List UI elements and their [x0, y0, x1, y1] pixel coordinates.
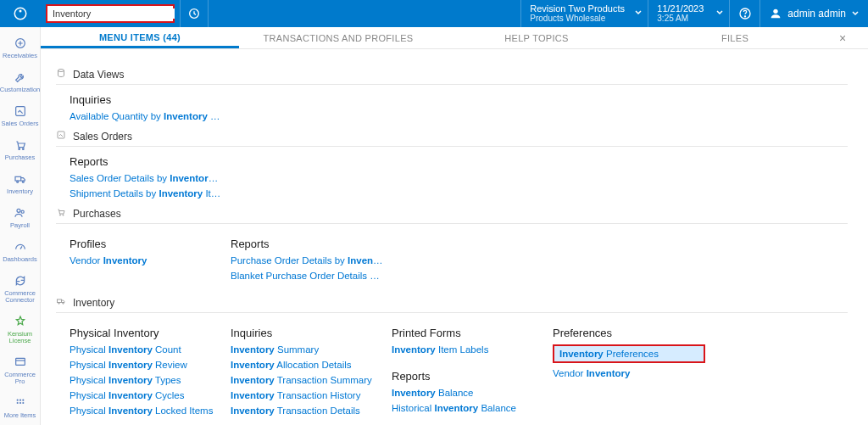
link-list: Purchase Order Details by Inven…Blanket … [231, 255, 400, 281]
help-button[interactable] [729, 0, 760, 27]
link-list: Physical Inventory CountPhysical Invento… [70, 344, 222, 416]
svg-point-14 [22, 181, 24, 182]
result-link[interactable]: Physical Inventory Review [70, 360, 222, 370]
company-selector[interactable]: Revision Two Products Products Wholesale [520, 0, 648, 27]
tab-files[interactable]: FILES [636, 33, 834, 48]
history-button[interactable] [180, 0, 209, 27]
link-list: Inventory Item Labels [392, 344, 544, 355]
svg-point-16 [21, 210, 24, 213]
result-link[interactable]: Inventory Balance [392, 388, 544, 398]
link-list: Available Quantity by Inventory … [70, 111, 848, 121]
result-link[interactable]: Physical Inventory Types [70, 375, 222, 385]
sidebar-item-payroll[interactable]: Payroll [2, 205, 39, 229]
edit-icon [13, 103, 28, 119]
result-link[interactable]: Inventory Item Labels [392, 344, 544, 355]
results-scroll[interactable]: Data Views Inquiries Available Quantity … [41, 49, 868, 425]
result-link[interactable]: Physical Inventory Count [70, 344, 222, 355]
link-list: Inventory SummaryInventory Allocation De… [231, 344, 383, 416]
result-link[interactable]: Sales Order Details by Inventor… [70, 173, 848, 183]
svg-point-11 [22, 148, 24, 150]
result-link[interactable]: Historical Inventory Balance [392, 403, 544, 413]
tabs: MENU ITEMS (44) TRANSACTIONS AND PROFILE… [41, 27, 868, 49]
result-link[interactable]: Inventory Allocation Details [231, 360, 383, 370]
subhead: Printed Forms [392, 327, 544, 339]
result-link[interactable]: Vendor Inventory [553, 368, 705, 378]
chevron-down-icon [715, 8, 724, 20]
svg-rect-12 [15, 176, 21, 181]
business-date: 11/21/2023 [657, 3, 710, 14]
sync-icon [13, 273, 28, 288]
subhead: Profiles [70, 238, 222, 250]
result-link[interactable]: Inventory Preferences [559, 349, 659, 359]
result-link[interactable]: Shipment Details by Inventory It… [70, 188, 848, 199]
grid-icon [13, 395, 28, 411]
svg-point-0 [14, 8, 26, 20]
svg-point-10 [18, 148, 19, 150]
sidebar-item-dashboards[interactable]: Dashboards [2, 239, 39, 263]
people-icon [13, 205, 28, 221]
sidebar-item-inventory[interactable]: Inventory [2, 171, 39, 195]
result-link[interactable]: Inventory Transaction History [231, 390, 383, 400]
close-icon[interactable]: × [834, 31, 851, 48]
cart-icon [13, 137, 28, 153]
gauge-icon [13, 239, 28, 254]
subhead: Reports [392, 370, 544, 383]
sidebar-item-receivables[interactable]: Receivables [2, 36, 39, 59]
sidebar-item-salesorders[interactable]: Sales Orders [2, 103, 39, 127]
svg-point-20 [22, 400, 24, 401]
result-link[interactable]: Available Quantity by Inventory … [70, 111, 848, 121]
svg-point-24 [58, 70, 64, 72]
app-logo[interactable] [0, 0, 41, 27]
database-icon [56, 68, 66, 81]
chevron-down-icon [634, 8, 643, 20]
svg-point-29 [58, 303, 60, 305]
truck-icon [13, 171, 28, 187]
svg-point-22 [19, 402, 20, 404]
section-inventory: Inventory [56, 296, 848, 313]
svg-point-13 [16, 181, 18, 182]
result-link[interactable]: Physical Inventory Locked Items [70, 405, 222, 416]
tab-help[interactable]: HELP TOPICS [437, 33, 636, 48]
subhead: Physical Inventory [70, 327, 222, 339]
sidebar-item-customization[interactable]: Customization [2, 70, 39, 93]
result-link[interactable]: Purchase Order Details by Inven… [231, 255, 400, 266]
section-salesorders: Sales Orders [56, 130, 848, 147]
section-dataviews: Data Views [56, 68, 848, 85]
result-link[interactable]: Vendor Inventory [70, 255, 222, 266]
sidebar-item-commerce-connector[interactable]: Commerce Connector [2, 273, 39, 304]
search-input[interactable] [47, 8, 175, 19]
content: MENU ITEMS (44) TRANSACTIONS AND PROFILE… [41, 27, 868, 425]
star-icon [13, 314, 28, 329]
sidebar-item-commerce-pro[interactable]: Commerce Pro [2, 355, 39, 385]
plus-circle-icon [13, 36, 28, 51]
date-selector[interactable]: 11/21/2023 3:25 AM [648, 0, 729, 27]
user-name: admin admin [787, 8, 846, 20]
svg-rect-28 [58, 299, 62, 303]
sidebar-item-purchases[interactable]: Purchases [2, 137, 39, 161]
user-menu[interactable]: admin admin [760, 0, 868, 27]
svg-point-30 [63, 303, 64, 305]
link-list: Sales Order Details by Inventor…Shipment… [70, 173, 848, 199]
sidebar: Receivables Customization Sales Orders P… [0, 27, 41, 425]
svg-point-1 [19, 10, 22, 13]
svg-point-23 [22, 402, 24, 404]
result-link[interactable]: Inventory Transaction Details [231, 405, 383, 416]
result-link[interactable]: Inventory Summary [231, 344, 383, 355]
svg-point-26 [59, 215, 60, 215]
link-list: Vendor Inventory [70, 255, 222, 266]
chevron-down-icon [851, 9, 860, 18]
result-link[interactable]: Blanket Purchase Order Details … [231, 271, 400, 281]
search-box[interactable] [46, 4, 175, 23]
svg-point-15 [17, 209, 20, 212]
svg-point-18 [16, 400, 18, 401]
cart-icon [56, 207, 66, 220]
result-link[interactable]: Physical Inventory Cycles [70, 390, 222, 400]
tab-transactions[interactable]: TRANSACTIONS AND PROFILES [239, 33, 437, 48]
edit-icon [56, 130, 66, 143]
svg-point-21 [16, 402, 18, 404]
sidebar-item-more[interactable]: More Items [2, 395, 39, 419]
truck-icon [56, 296, 66, 309]
sidebar-item-kensium-license[interactable]: Kensium License [2, 314, 39, 344]
result-link[interactable]: Inventory Transaction Summary [231, 375, 383, 385]
tab-menu-items[interactable]: MENU ITEMS (44) [41, 32, 239, 48]
